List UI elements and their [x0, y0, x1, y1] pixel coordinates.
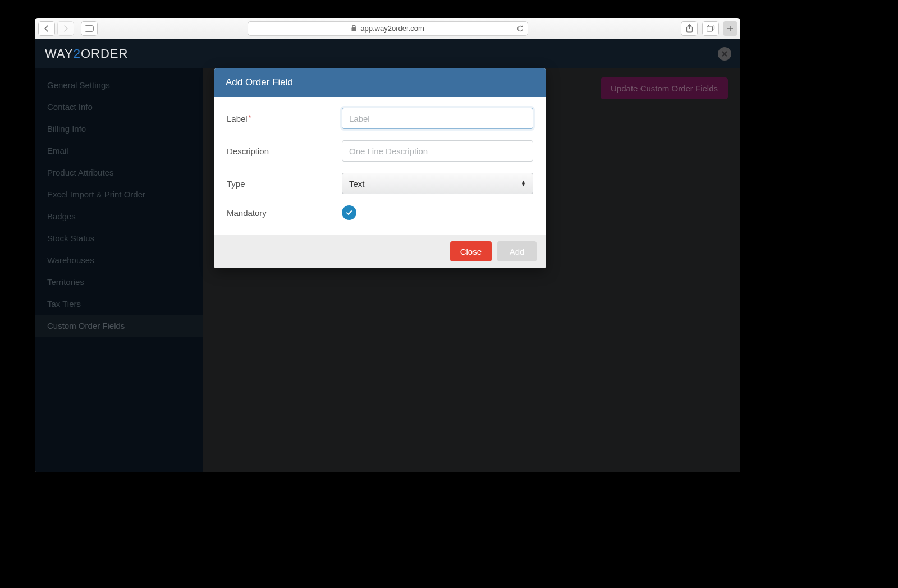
share-button[interactable]: [681, 21, 698, 36]
field-label: Description: [227, 146, 342, 156]
device-frame: app.way2order.com WA: [0, 0, 898, 588]
mandatory-toggle[interactable]: [342, 205, 356, 220]
field-label: Mandatory: [227, 208, 342, 218]
select-caret-icon: ▲▼: [521, 181, 526, 186]
header-close-icon[interactable]: [718, 47, 731, 61]
label-text: Label: [227, 114, 248, 123]
label-input[interactable]: [342, 108, 533, 129]
browser-toolbar: app.way2order.com: [35, 18, 740, 39]
browser-window: app.way2order.com WA: [35, 18, 740, 472]
button-label: Add: [510, 247, 525, 256]
check-icon: [345, 209, 353, 217]
sidebar-toggle-button[interactable]: [81, 21, 98, 36]
modal-title: Add Order Field: [214, 68, 546, 97]
modal-footer: Close Add: [214, 235, 546, 268]
reload-icon[interactable]: [516, 25, 524, 33]
new-tab-button[interactable]: [723, 21, 737, 36]
select-value: Text: [349, 179, 365, 189]
description-input[interactable]: [342, 140, 533, 162]
svg-rect-6: [707, 26, 712, 31]
lock-icon: [351, 25, 357, 32]
app-header: WAY2ORDER: [35, 39, 740, 68]
form-row-label: Label*: [227, 108, 533, 129]
field-label: Type: [227, 179, 342, 189]
required-asterisk: *: [249, 114, 251, 122]
modal-title-text: Add Order Field: [226, 77, 293, 88]
logo-part-way: WAY: [45, 47, 74, 61]
logo-part-2: 2: [74, 47, 81, 61]
form-row-description: Description: [227, 140, 533, 162]
nav-back-button[interactable]: [38, 21, 55, 36]
url-bar[interactable]: app.way2order.com: [248, 21, 528, 36]
svg-rect-0: [85, 25, 94, 31]
form-row-type: Type Text ▲▼: [227, 173, 533, 194]
app: WAY2ORDER General Settings Contact Info …: [35, 39, 740, 472]
close-button[interactable]: Close: [450, 241, 492, 261]
label-text: Type: [227, 179, 245, 189]
logo-part-order: ORDER: [81, 47, 128, 61]
form-row-mandatory: Mandatory: [227, 205, 533, 220]
field-label: Label*: [227, 114, 342, 123]
add-order-field-modal: Add Order Field Label* Description: [214, 68, 546, 268]
svg-rect-2: [352, 27, 356, 31]
button-label: Close: [460, 247, 482, 256]
type-select[interactable]: Text ▲▼: [342, 173, 533, 194]
label-text: Description: [227, 146, 269, 156]
url-text: app.way2order.com: [360, 24, 424, 33]
app-body: General Settings Contact Info Billing In…: [35, 68, 740, 472]
nav-forward-button[interactable]: [57, 21, 74, 36]
label-text: Mandatory: [227, 208, 267, 218]
logo: WAY2ORDER: [45, 47, 128, 61]
modal-body: Label* Description Type: [214, 97, 546, 235]
tabs-button[interactable]: [702, 21, 719, 36]
add-button[interactable]: Add: [497, 241, 537, 261]
